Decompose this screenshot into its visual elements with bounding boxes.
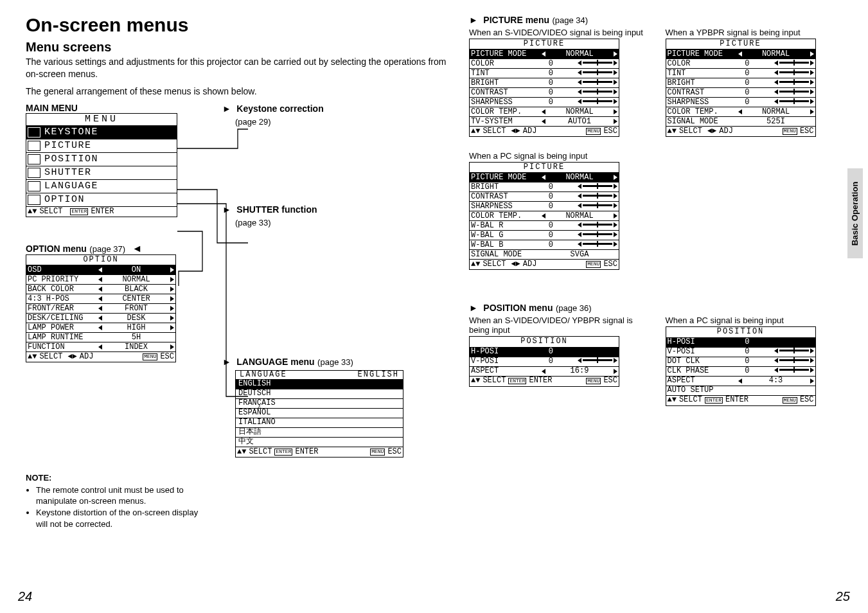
language-item: FRANÇAIS — [236, 398, 403, 408]
menu-row: CLK PHASE0 — [666, 366, 815, 376]
main-menu-item: OPTION — [26, 193, 177, 206]
menu-row: V-POSI0 — [470, 357, 619, 366]
picture-menu-label: PICTURE menu — [483, 15, 549, 25]
picture-pc-panel: PICTUREPICTURE MODENORMALBRIGHT0CONTRAST… — [469, 162, 619, 270]
language-item: DEUTSCH — [236, 389, 403, 398]
note-item-2: Keystone distortion of the on-screen dis… — [36, 507, 206, 529]
position-pc-panel: POSITIONH-POSI0V-POSI0DOT CLK0CLK PHASE0… — [666, 326, 816, 405]
document-page: On-screen menus Menu screens The various… — [0, 0, 868, 613]
menu-row: PICTURE MODENORMAL — [666, 49, 815, 58]
panel-title: POSITION — [666, 327, 815, 337]
page-number-left: 24 — [18, 589, 32, 604]
page-number-right: 25 — [836, 589, 850, 604]
menu-footer: ▲▼SELCT◄►ADJMENUESC — [666, 126, 815, 136]
menu-footer: ▲▼SELCTENTERENTERMENUESC — [666, 395, 815, 405]
menu-row: 4:3 H-POSCENTER — [26, 294, 175, 303]
menu-row: COLOR0 — [470, 58, 619, 68]
main-menu-item: KEYSTONE — [26, 125, 177, 139]
option-menu-ref: (page 37) — [89, 244, 125, 254]
menu-footer: ▲▼SELCT◄►ADJMENUESC — [26, 351, 175, 362]
menu-row: W-BAL G0 — [470, 230, 619, 240]
menu-row: CONTRAST0 — [666, 87, 815, 97]
main-menu-item: LANGUAGE — [26, 179, 177, 193]
menu-row: BRIGHT0 — [666, 78, 815, 87]
picture-yp-caption: When a YPBPR signal is being input — [666, 28, 843, 37]
side-tab: Basic Operation — [847, 168, 863, 258]
arrow-right-icon: ► — [469, 303, 478, 313]
menu-footer: ▲▼SELCTENTERENTERMENUESC — [470, 376, 619, 386]
note-item-1: The remote control unit must be used to … — [36, 484, 206, 507]
menu-row: COLOR TEMP.NORMAL — [470, 211, 619, 220]
option-menu-panel: OPTIONOSDONPC PRIORITYNORMALBACK COLORBL… — [26, 254, 176, 362]
menu-row: BACK COLORBLACK — [26, 284, 175, 294]
menu-row: LAMP RUNTIME5H — [26, 332, 175, 342]
menu-row: PC PRIORITYNORMAL — [26, 274, 175, 284]
picture-sv-panel: PICTUREPICTURE MODENORMALCOLOR0TINT0BRIG… — [469, 39, 619, 137]
menu-row: ASPECT4:3 — [666, 376, 815, 386]
main-menu-label: MAIN MENU — [26, 103, 177, 113]
picture-menu-ref: (page 34) — [552, 15, 588, 25]
menu-row: FUNCTIONINDEX — [26, 342, 175, 351]
menu-row: TINT0 — [470, 68, 619, 78]
menu-row: H-POSI0 — [470, 347, 619, 357]
menu-item-icon — [28, 127, 40, 138]
menu-item-icon — [28, 181, 40, 191]
menu-item-icon — [28, 154, 40, 164]
menu-row: DOT CLK0 — [666, 357, 815, 366]
menu-row: SHARPNESS0 — [666, 97, 815, 107]
arrow-right-icon: ► — [222, 357, 231, 367]
menu-row: TINT0 — [666, 68, 815, 78]
option-menu-label: OPTION menu — [26, 244, 87, 254]
menu-row: BRIGHT0 — [470, 182, 619, 191]
intro-text-1: The various settings and adjustments for… — [26, 56, 450, 80]
language-ref: (page 33) — [317, 357, 353, 367]
main-menu-item: POSITION — [26, 152, 177, 166]
menu-row: W-BAL B0 — [470, 240, 619, 249]
page-title: On-screen menus — [26, 14, 450, 36]
position-menu-label: POSITION menu — [483, 303, 553, 313]
position-sv-caption: When an S-VIDEO/VIDEO/ YPBPR signal is b… — [469, 315, 646, 335]
shutter-label: SHUTTER function — [236, 204, 317, 215]
menu-item-icon — [28, 195, 40, 205]
language-item: 中文 — [236, 437, 403, 447]
menu-row: SIGNAL MODE525I — [666, 116, 815, 126]
language-item: 日本語 — [236, 427, 403, 437]
keystone-ref: (page 29) — [235, 117, 403, 127]
language-menu-panel: LANGUAGEENGLISHENGLISHDEUTSCHFRANÇAISESP… — [235, 370, 403, 458]
menu-footer: ▲▼ SELCTENTERENTER — [26, 206, 177, 217]
arrow-left-icon: ◄ — [132, 243, 142, 254]
panel-title: OPTION — [26, 255, 175, 265]
panel-title: PICTURE — [470, 39, 619, 49]
menu-row: COLOR TEMP.NORMAL — [470, 107, 619, 116]
menu-row: W-BAL R0 — [470, 220, 619, 230]
main-menu-panel: MENUKEYSTONEPICTUREPOSITIONSHUTTERLANGUA… — [26, 113, 177, 218]
menu-footer: ▲▼SELCT◄►ADJMENUESC — [470, 126, 619, 136]
menu-row: LAMP POWERHIGH — [26, 323, 175, 332]
main-menu-item: PICTURE — [26, 139, 177, 152]
picture-pc-caption: When a PC signal is being input — [469, 151, 842, 161]
menu-row: TV-SYSTEMAUTO1 — [470, 116, 619, 126]
keystone-label: Keystone correction — [236, 103, 323, 114]
position-pc-caption: When a PC signal is being input — [666, 315, 843, 325]
menu-row: CONTRAST0 — [470, 87, 619, 97]
menu-row: PICTURE MODENORMAL — [470, 49, 619, 58]
panel-title: PICTURE — [666, 39, 815, 49]
language-item: ITALIANO — [236, 418, 403, 427]
menu-item-icon — [28, 168, 40, 178]
position-sv-panel: POSITIONH-POSI0V-POSI0ASPECT16:9▲▼SELCTE… — [469, 336, 619, 386]
menu-row: COLOR0 — [666, 58, 815, 68]
menu-row: OSDON — [26, 265, 175, 274]
main-menu-item: SHUTTER — [26, 166, 177, 179]
menu-row: COLOR TEMP.NORMAL — [666, 107, 815, 116]
panel-title: PICTURE — [470, 163, 619, 172]
menu-row: H-POSI0 — [666, 337, 815, 347]
picture-sv-caption: When an S-VIDEO/VIDEO signal is being in… — [469, 28, 646, 37]
arrow-right-icon: ► — [222, 204, 231, 215]
menu-row: BRIGHT0 — [470, 78, 619, 87]
menu-row: FRONT/REARFRONT — [26, 303, 175, 313]
menu-row: SHARPNESS0 — [470, 201, 619, 211]
menu-item-icon — [28, 141, 40, 151]
menu-row: SHARPNESS0 — [470, 97, 619, 107]
language-label: LANGUAGE menu — [236, 357, 314, 367]
panel-title: POSITION — [470, 337, 619, 346]
